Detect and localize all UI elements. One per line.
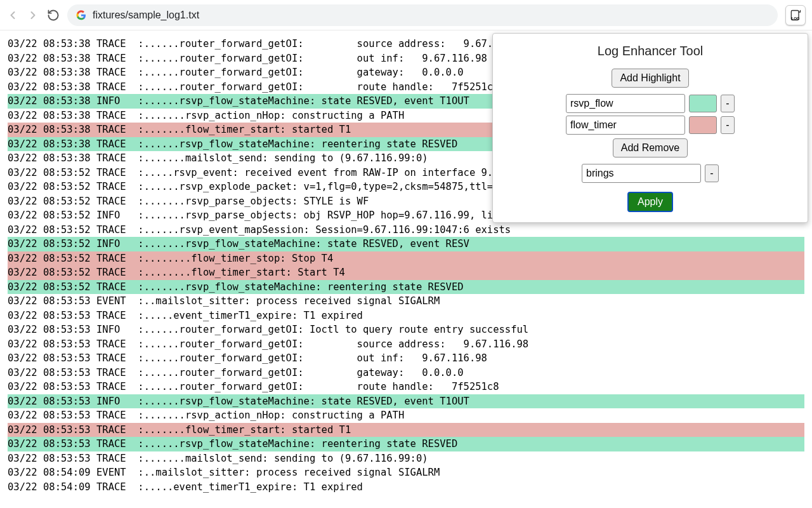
google-icon [76,10,86,20]
highlight-input-0[interactable] [566,94,685,113]
content-area: 03/22 08:53:38 TRACE :......router_forwa… [0,30,812,508]
log-line: 03/22 08:53:53 TRACE :......router_forwa… [8,351,804,366]
log-line: 03/22 08:53:52 TRACE :......rsvp_event_m… [8,223,804,237]
log-line: 03/22 08:53:53 INFO :......router_forwar… [8,323,804,337]
forward-button[interactable] [27,9,39,22]
browser-toolbar: fixtures/sample_log1.txt LOG [0,0,812,30]
extension-button[interactable]: LOG [785,5,806,25]
log-line: 03/22 08:53:53 TRACE :.......mailslot_se… [8,451,804,466]
url-text: fixtures/sample_log1.txt [93,10,199,21]
panel-title: Log Enhancer Tool [499,44,801,58]
log-line: 03/22 08:53:53 TRACE :.......rsvp_action… [8,408,804,423]
log-line: 03/22 08:53:53 TRACE :......router_forwa… [8,337,804,352]
add-highlight-button[interactable]: Add Highlight [612,69,688,88]
log-line: 03/22 08:53:52 INFO :.......rsvp_flow_st… [8,237,804,251]
highlight-row-1: - [499,116,801,135]
log-line: 03/22 08:53:52 TRACE :........flow_timer… [8,251,804,266]
log-line: 03/22 08:54:09 EVENT :..mailslot_sitter:… [8,465,804,480]
highlight-color-1[interactable] [689,116,717,134]
log-line: 03/22 08:53:53 EVENT :..mailslot_sitter:… [8,294,804,309]
log-line: 03/22 08:53:53 TRACE :.......flow_timer_… [8,423,804,438]
highlight-remove-1[interactable]: - [721,116,735,134]
log-line: 03/22 08:53:52 TRACE :.......rsvp_flow_s… [8,280,804,295]
log-line: 03/22 08:53:53 TRACE :......rsvp_flow_st… [8,437,804,451]
log-line: 03/22 08:53:53 INFO :......rsvp_flow_sta… [8,394,804,409]
omnibox[interactable]: fixtures/sample_log1.txt [67,4,778,26]
log-line: 03/22 08:53:52 TRACE :........flow_timer… [8,265,804,280]
log-line: 03/22 08:53:53 TRACE :......router_forwa… [8,366,804,380]
highlight-row-0: - [499,94,801,113]
back-button[interactable] [6,9,19,22]
reload-button[interactable] [47,9,60,22]
log-line: 03/22 08:53:53 TRACE :.....event_timerT1… [8,309,804,323]
extension-badge: LOG [792,17,800,20]
highlight-input-1[interactable] [566,116,685,135]
nav-buttons [6,9,60,22]
apply-button[interactable]: Apply [627,192,673,212]
add-remove-button[interactable]: Add Remove [613,138,688,157]
remove-remove-0[interactable]: - [705,164,719,182]
highlight-color-0[interactable] [689,95,717,112]
log-enhancer-panel: Log Enhancer Tool Add Highlight - - Add … [492,33,808,223]
log-line: 03/22 08:54:09 TRACE :.....event_timerT1… [8,480,804,495]
remove-input-0[interactable] [582,164,701,183]
remove-row-0: - [499,164,801,183]
log-line: 03/22 08:53:53 TRACE :......router_forwa… [8,380,804,394]
highlight-remove-0[interactable]: - [721,95,735,112]
